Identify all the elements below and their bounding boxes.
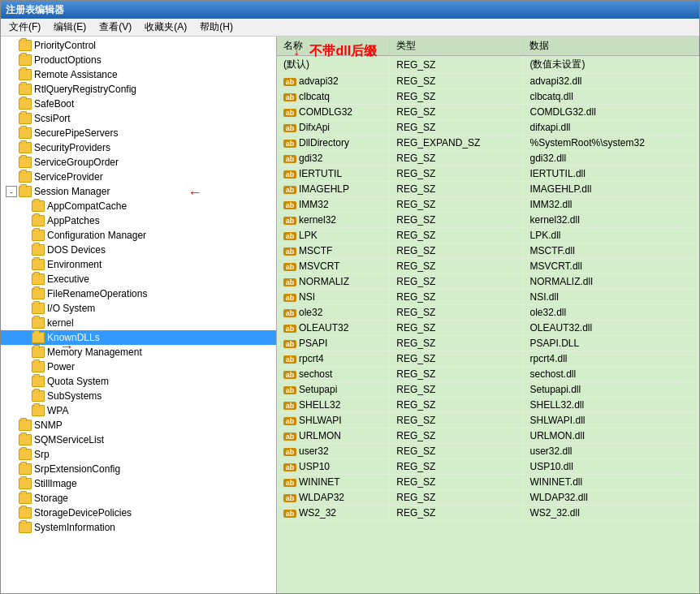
folder-icon [19,84,32,95]
folder-icon [32,230,45,241]
table-row[interactable]: abSetupapiREG_SZSetupapi.dll [277,382,699,398]
folder-icon [19,186,32,197]
cell-type: REG_SZ [390,459,523,475]
tree-item[interactable]: -Session Manager [1,184,276,199]
table-row[interactable]: abWLDAP32REG_SZWLDAP32.dll [277,490,699,506]
folder-icon [19,54,32,66]
table-row[interactable]: abIMAGEHLPREG_SZIMAGEHLP.dll [277,182,699,197]
table-row[interactable]: abadvapi32REG_SZadvapi32.dll [277,74,699,89]
tree-item[interactable]: Configuration Manager [1,228,276,243]
menu-edit[interactable]: 编辑(E) [49,19,91,36]
tree-item[interactable]: Quota System [1,374,276,389]
ab-icon: ab [283,448,296,456]
cell-name: abOLEAUT32 [277,321,390,336]
table-row[interactable]: abIMM32REG_SZIMM32.dll [277,197,699,213]
table-row[interactable]: (默认)REG_SZ(数值未设置) [277,56,699,74]
table-row[interactable]: abMSVCRTREG_SZMSVCRT.dll [277,259,699,274]
expand-btn[interactable]: - [6,186,17,197]
tree-item[interactable]: Remote Assistance [1,67,276,82]
tree-item[interactable]: Srp [1,447,276,462]
table-row[interactable]: absechostREG_SZsechost.dll [277,367,699,382]
tree-item[interactable]: KnownDLLs [1,330,276,345]
cell-type: REG_SZ [390,243,523,259]
tree-item[interactable]: RtlQueryRegistryConfig [1,82,276,97]
table-row[interactable]: abNSIREG_SZNSI.dll [277,290,699,305]
tree-item-label: SubSystems [47,390,102,402]
table-row[interactable]: abURLMONREG_SZURLMON.dll [277,428,699,444]
tree-item[interactable]: AppCompatCache [1,199,276,213]
tree-item-label: ScsiPort [34,113,71,124]
cell-data: %SystemRoot%\system32 [523,136,699,151]
tree-item[interactable]: kernel [1,316,276,330]
cell-type: REG_SZ [390,428,523,444]
table-row[interactable]: abIERTUTILREG_SZIERTUTIL.dll [277,166,699,182]
tree-item[interactable]: Memory Management [1,345,276,359]
table-row[interactable]: abDllDirectoryREG_EXPAND_SZ%SystemRoot%\… [277,136,699,151]
tree-pane[interactable]: → ← PriorityControlProductOptionsRemote … [1,37,277,593]
folder-icon [32,346,45,358]
menu-favorites[interactable]: 收藏夹(A) [140,19,192,36]
cell-type: REG_SZ [390,475,523,490]
menu-view[interactable]: 查看(V) [94,19,136,36]
tree-item[interactable]: WPA [1,403,276,418]
tree-item[interactable]: SrpExtensionConfig [1,462,276,476]
tree-item[interactable]: DOS Devices [1,243,276,257]
table-row[interactable]: abgdi32REG_SZgdi32.dll [277,151,699,166]
table-row[interactable]: abrpcrt4REG_SZrpcrt4.dll [277,351,699,367]
tree-item[interactable]: ServiceProvider [1,170,276,184]
tree-item[interactable]: ScsiPort [1,111,276,126]
tree-item-label: Power [47,361,75,372]
table-row[interactable]: abLPKREG_SZLPK.dll [277,228,699,243]
tree-item[interactable]: SQMServiceList [1,433,276,447]
cell-type: REG_SZ [390,120,523,136]
ab-icon: ab [283,325,296,333]
tree-item[interactable]: SecurePipeServers [1,126,276,140]
tree-item[interactable]: StillImage [1,476,276,491]
cell-data: MSVCRT.dll [523,259,699,274]
table-row[interactable]: abCOMDLG32REG_SZCOMDLG32.dll [277,105,699,120]
tree-item[interactable]: SafeBoot [1,97,276,111]
tree-item[interactable]: Power [1,359,276,374]
tree-item[interactable]: Environment [1,257,276,272]
table-row[interactable]: abDifxApiREG_SZdifxapi.dll [277,120,699,136]
folder-icon [19,98,32,110]
menu-file[interactable]: 文件(F) [4,19,45,36]
table-row[interactable]: abMSCTFREG_SZMSCTF.dll [277,243,699,259]
table-row[interactable]: abole32REG_SZole32.dll [277,305,699,321]
table-row[interactable]: abOLEAUT32REG_SZOLEAUT32.dll [277,321,699,336]
tree-item[interactable]: SystemInformation [1,520,276,535]
table-row[interactable]: abWS2_32REG_SZWS2_32.dll [277,506,699,521]
tree-item[interactable]: I/O System [1,301,276,316]
folder-icon [32,361,45,372]
menu-help[interactable]: 帮助(H) [195,19,238,36]
tree-item[interactable]: Executive [1,272,276,286]
tree-item-label: I/O System [47,303,95,314]
table-row[interactable]: abSHELL32REG_SZSHELL32.dll [277,398,699,413]
tree-item[interactable]: ProductOptions [1,53,276,67]
tree-item[interactable]: PriorityControl [1,38,276,53]
tree-item[interactable]: SNMP [1,418,276,433]
table-row[interactable]: abuser32REG_SZuser32.dll [277,444,699,459]
tree-item[interactable]: AppPatches [1,213,276,228]
col-data: 数据 [523,37,699,56]
tree-item[interactable]: FileRenameOperations [1,286,276,301]
table-row[interactable]: abUSP10REG_SZUSP10.dll [277,459,699,475]
tree-item[interactable]: Storage [1,491,276,506]
table-row[interactable]: abWININETREG_SZWININET.dll [277,475,699,490]
cell-type: REG_SZ [390,182,523,197]
cell-name: abWS2_32 [277,506,390,521]
cell-data: IERTUTIL.dll [523,166,699,182]
table-row[interactable]: abNORMALIZREG_SZNORMALIZ.dll [277,274,699,290]
tree-item[interactable]: SecurityProviders [1,140,276,155]
table-row[interactable]: abclbcatqREG_SZclbcatq.dll [277,89,699,105]
cell-type: REG_SZ [390,228,523,243]
tree-item[interactable]: ServiceGroupOrder [1,155,276,170]
tree-item[interactable]: StorageDevicePolicies [1,506,276,520]
ab-icon: ab [283,140,296,148]
table-row[interactable]: abPSAPIREG_SZPSAPI.DLL [277,336,699,351]
table-row[interactable]: abSHLWAPIREG_SZSHLWAPI.dll [277,413,699,428]
cell-name: abURLMON [277,428,390,444]
tree-item[interactable]: SubSystems [1,389,276,403]
table-row[interactable]: abkernel32REG_SZkernel32.dll [277,213,699,228]
ab-icon: ab [283,186,296,194]
